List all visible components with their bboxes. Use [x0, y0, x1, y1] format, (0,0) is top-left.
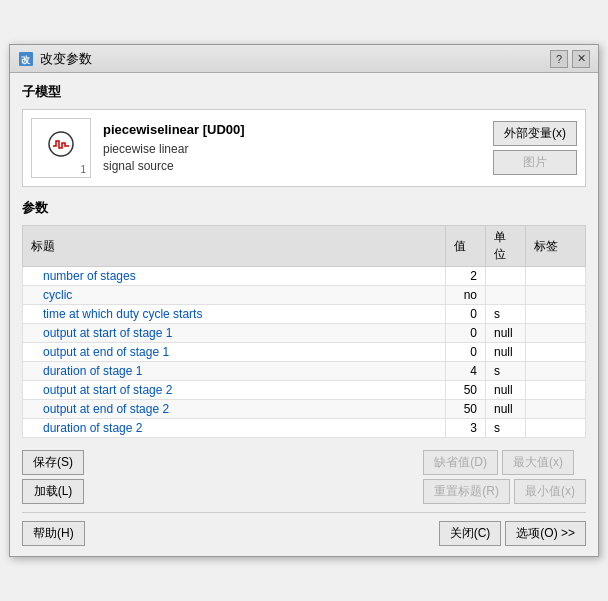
params-section-title: 参数 — [22, 199, 586, 217]
ext-var-button[interactable]: 外部变量(x) — [493, 121, 577, 146]
param-unit-cell: null — [486, 400, 526, 419]
param-value-cell[interactable]: 4 — [446, 362, 486, 381]
param-unit-cell: s — [486, 419, 526, 438]
col-tag: 标签 — [526, 226, 586, 267]
param-value-cell[interactable]: 2 — [446, 267, 486, 286]
param-unit-cell: null — [486, 324, 526, 343]
reset-title-button[interactable]: 重置标题(R) — [423, 479, 510, 504]
dialog-title: 改变参数 — [40, 50, 92, 68]
submodel-name: piecewiselinear [UD00] — [103, 122, 481, 137]
table-row[interactable]: time at which duty cycle starts0s — [23, 305, 586, 324]
app-icon: 改 — [18, 51, 34, 67]
col-unit: 单位 — [486, 226, 526, 267]
submodel-box: 1 piecewiselinear [UD00] piecewise linea… — [22, 109, 586, 187]
title-bar-left: 改 改变参数 — [18, 50, 92, 68]
title-bar-right: ? ✕ — [550, 50, 590, 68]
bottom-right-row2: 重置标题(R) 最小值(x) — [423, 479, 586, 504]
params-section: 参数 标题 值 单位 标签 number of stages2cyclicnot… — [22, 199, 586, 438]
bottom-left-buttons: 保存(S) 加载(L) — [22, 450, 84, 504]
submodel-section-title: 子模型 — [22, 83, 586, 101]
dialog-body: 子模型 1 piecewiselinear [UD00] piecewise l… — [10, 73, 598, 556]
table-row[interactable]: number of stages2 — [23, 267, 586, 286]
param-unit-cell: s — [486, 362, 526, 381]
param-unit-cell — [486, 267, 526, 286]
param-name-cell: duration of stage 2 — [23, 419, 446, 438]
bottom-right-row1: 缺省值(D) 最大值(x) — [423, 450, 586, 475]
submodel-section: 子模型 1 piecewiselinear [UD00] piecewise l… — [22, 83, 586, 187]
dialog-window: 改 改变参数 ? ✕ 子模型 1 — [9, 44, 599, 557]
title-bar: 改 改变参数 ? ✕ — [10, 45, 598, 73]
table-row[interactable]: duration of stage 14s — [23, 362, 586, 381]
load-button[interactable]: 加载(L) — [22, 479, 84, 504]
table-row[interactable]: output at end of stage 10null — [23, 343, 586, 362]
table-row[interactable]: output at start of stage 250null — [23, 381, 586, 400]
param-name-cell: output at end of stage 2 — [23, 400, 446, 419]
close-button[interactable]: ✕ — [572, 50, 590, 68]
submodel-desc1: piecewise linear — [103, 141, 481, 158]
param-tag-cell — [526, 286, 586, 305]
submodel-desc2: signal source — [103, 158, 481, 175]
param-name-cell: duration of stage 1 — [23, 362, 446, 381]
param-value-cell[interactable]: 0 — [446, 305, 486, 324]
param-name-cell: time at which duty cycle starts — [23, 305, 446, 324]
close-footer-button[interactable]: 关闭(C) — [439, 521, 502, 546]
footer-buttons: 帮助(H) 关闭(C) 选项(O) >> — [22, 512, 586, 546]
params-table: 标题 值 单位 标签 number of stages2cyclicnotime… — [22, 225, 586, 438]
param-unit-cell: s — [486, 305, 526, 324]
param-value-cell[interactable]: 0 — [446, 343, 486, 362]
param-value-cell[interactable]: 0 — [446, 324, 486, 343]
model-svg-icon — [39, 126, 83, 170]
help-button[interactable]: ? — [550, 50, 568, 68]
col-value: 值 — [446, 226, 486, 267]
param-tag-cell — [526, 362, 586, 381]
param-unit-cell: null — [486, 381, 526, 400]
col-title: 标题 — [23, 226, 446, 267]
image-button[interactable]: 图片 — [493, 150, 577, 175]
bottom-buttons: 保存(S) 加载(L) 缺省值(D) 最大值(x) 重置标题(R) 最小值(x) — [22, 450, 586, 504]
param-tag-cell — [526, 267, 586, 286]
param-tag-cell — [526, 381, 586, 400]
param-value-cell[interactable]: 50 — [446, 381, 486, 400]
table-row[interactable]: output at start of stage 10null — [23, 324, 586, 343]
footer-right-buttons: 关闭(C) 选项(O) >> — [439, 521, 586, 546]
submodel-image: 1 — [31, 118, 91, 178]
min-button[interactable]: 最小值(x) — [514, 479, 586, 504]
param-name-cell: output at start of stage 1 — [23, 324, 446, 343]
param-tag-cell — [526, 419, 586, 438]
bottom-right-buttons: 缺省值(D) 最大值(x) 重置标题(R) 最小值(x) — [423, 450, 586, 504]
submodel-buttons: 外部变量(x) 图片 — [493, 121, 577, 175]
param-unit-cell — [486, 286, 526, 305]
svg-point-2 — [49, 132, 73, 156]
max-button[interactable]: 最大值(x) — [502, 450, 574, 475]
svg-text:改: 改 — [21, 55, 31, 65]
save-button[interactable]: 保存(S) — [22, 450, 84, 475]
param-tag-cell — [526, 400, 586, 419]
param-value-cell[interactable]: 50 — [446, 400, 486, 419]
param-name-cell: number of stages — [23, 267, 446, 286]
param-tag-cell — [526, 305, 586, 324]
param-name-cell: output at start of stage 2 — [23, 381, 446, 400]
param-tag-cell — [526, 324, 586, 343]
param-value-cell[interactable]: no — [446, 286, 486, 305]
param-unit-cell: null — [486, 343, 526, 362]
param-value-cell[interactable]: 3 — [446, 419, 486, 438]
param-name-cell: output at end of stage 1 — [23, 343, 446, 362]
options-button[interactable]: 选项(O) >> — [505, 521, 586, 546]
table-row[interactable]: output at end of stage 250null — [23, 400, 586, 419]
submodel-number: 1 — [80, 164, 86, 175]
table-row[interactable]: duration of stage 23s — [23, 419, 586, 438]
param-tag-cell — [526, 343, 586, 362]
help-footer-button[interactable]: 帮助(H) — [22, 521, 85, 546]
param-name-cell: cyclic — [23, 286, 446, 305]
submodel-info: piecewiselinear [UD00] piecewise linear … — [103, 122, 481, 175]
default-button[interactable]: 缺省值(D) — [423, 450, 498, 475]
table-row[interactable]: cyclicno — [23, 286, 586, 305]
